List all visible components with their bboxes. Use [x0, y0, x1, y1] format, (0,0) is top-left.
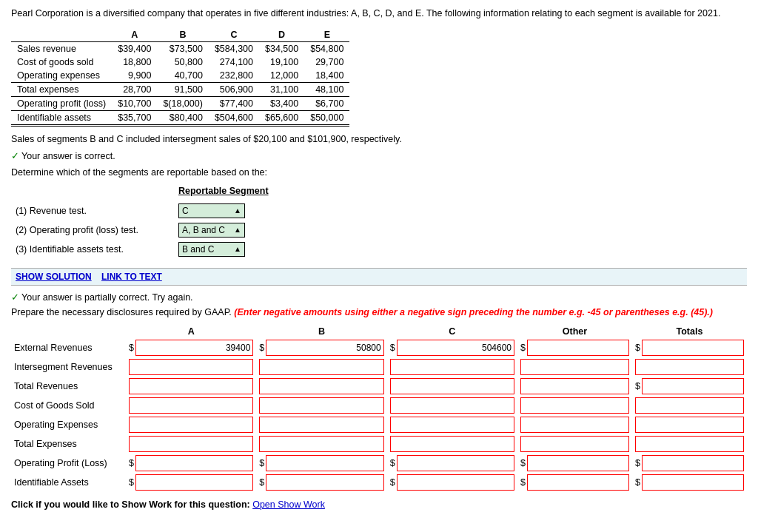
input-op-profit-other[interactable]	[530, 458, 626, 468]
cell-sales-a: $39,400	[112, 41, 157, 55]
input-ext-rev-a[interactable]	[138, 343, 250, 353]
revenue-test-value: C	[182, 206, 189, 216]
input-cogs-c[interactable]	[393, 400, 512, 411]
input-ident-b[interactable]	[269, 477, 380, 488]
input-op-profit-a[interactable]	[138, 458, 250, 468]
op-profit-test-select[interactable]: A, B and C ▲	[174, 220, 273, 240]
cell-op-profit-a2[interactable]: $	[126, 454, 256, 473]
cell-inter-rev-other[interactable]	[517, 357, 632, 377]
input-tot-rev-b[interactable]	[262, 381, 380, 391]
input-tot-rev-c[interactable]	[393, 381, 512, 391]
input-tot-exp-other[interactable]	[523, 439, 626, 449]
cell-ext-rev-b[interactable]: $	[256, 338, 386, 357]
cell-tot-exp-c2[interactable]	[387, 434, 517, 454]
input-op-profit-b[interactable]	[269, 458, 380, 468]
dollar-ident-a: $	[129, 477, 135, 488]
input-opex-totals[interactable]	[638, 420, 741, 430]
cell-opex-other2[interactable]	[517, 415, 632, 434]
input-inter-rev-totals[interactable]	[638, 362, 741, 372]
ident-assets-test-arrow-icon: ▲	[234, 245, 241, 253]
cell-opex-a2[interactable]	[126, 415, 256, 434]
input-cogs-other[interactable]	[523, 400, 626, 411]
open-show-work-link[interactable]: Open Show Work	[252, 499, 325, 510]
cell-cogs-other2[interactable]	[517, 396, 632, 415]
cell-cogs-totals2[interactable]	[632, 396, 747, 415]
input-ext-rev-other[interactable]	[530, 343, 626, 353]
cell-tot-exp-a2[interactable]	[126, 434, 256, 454]
input-inter-rev-other[interactable]	[523, 362, 626, 372]
cell-opex-b2[interactable]	[256, 415, 386, 434]
input-tot-exp-b[interactable]	[262, 439, 380, 449]
cell-tot-rev-totals[interactable]: $	[632, 377, 747, 396]
cell-ext-rev-a[interactable]: $	[126, 338, 256, 357]
cell-ident-a2[interactable]: $	[126, 473, 256, 492]
cell-inter-rev-totals[interactable]	[632, 357, 747, 377]
cell-op-profit-totals2[interactable]: $	[632, 454, 747, 473]
cell-opex-c2[interactable]	[387, 415, 517, 434]
input-cogs-b[interactable]	[262, 400, 380, 411]
row-label-op-profit: Operating profit (loss)	[11, 96, 112, 110]
cell-tot-exp-other2[interactable]	[517, 434, 632, 454]
cell-ident-d: $65,600	[259, 110, 304, 125]
input-inter-rev-a[interactable]	[132, 362, 250, 372]
cell-ext-rev-other[interactable]: $	[517, 338, 632, 357]
input-tot-exp-a[interactable]	[132, 439, 250, 449]
cell-ident-b: $80,400	[157, 110, 209, 125]
cell-ident-totals2[interactable]: $	[632, 473, 747, 492]
input-tot-rev-other[interactable]	[523, 381, 626, 391]
input-opex-a[interactable]	[132, 420, 250, 430]
row-label-sales: Sales revenue	[11, 41, 112, 55]
cell-cogs-b2[interactable]	[256, 396, 386, 415]
input-ident-other[interactable]	[530, 477, 626, 488]
input-ident-c[interactable]	[400, 477, 512, 488]
reportable-col-header: Reportable Segment	[174, 183, 273, 201]
cell-op-profit-b2[interactable]: $	[256, 454, 386, 473]
cell-op-profit-c2[interactable]: $	[387, 454, 517, 473]
cell-ident-b2[interactable]: $	[256, 473, 386, 492]
input-opex-b[interactable]	[262, 420, 380, 430]
cell-ext-rev-totals[interactable]: $	[632, 338, 747, 357]
cell-tot-rev-a[interactable]	[126, 377, 256, 396]
input-opex-other[interactable]	[523, 420, 626, 430]
input-inter-rev-b[interactable]	[262, 362, 380, 372]
input-tot-exp-totals[interactable]	[638, 439, 741, 449]
cell-ext-rev-c[interactable]: $	[387, 338, 517, 357]
cell-cogs-c2[interactable]	[387, 396, 517, 415]
cell-inter-rev-b[interactable]	[256, 357, 386, 377]
cell-cogs-a2[interactable]	[126, 396, 256, 415]
cell-opex-totals2[interactable]	[632, 415, 747, 434]
input-tot-rev-a[interactable]	[132, 381, 250, 391]
cell-inter-rev-c[interactable]	[387, 357, 517, 377]
input-ext-rev-totals[interactable]	[645, 343, 741, 353]
cell-tot-exp-totals2[interactable]	[632, 434, 747, 454]
cell-cogs-d: 19,100	[259, 55, 304, 69]
cell-inter-rev-a[interactable]	[126, 357, 256, 377]
input-inter-rev-c[interactable]	[393, 362, 512, 372]
cell-op-profit-other2[interactable]: $	[517, 454, 632, 473]
revenue-test-select[interactable]: C ▲	[174, 201, 273, 220]
input-ident-a[interactable]	[138, 477, 250, 488]
input-tot-exp-c[interactable]	[393, 439, 512, 449]
input-op-profit-c[interactable]	[400, 458, 512, 468]
input-ext-rev-c[interactable]	[400, 343, 512, 353]
input-opex-c[interactable]	[393, 420, 512, 430]
link-to-text-link[interactable]: LINK TO TEXT	[101, 272, 162, 282]
cell-tot-rev-b[interactable]	[256, 377, 386, 396]
cell-cogs-e: 29,700	[304, 55, 349, 69]
input-ext-rev-b[interactable]	[269, 343, 380, 353]
ident-assets-test-select[interactable]: B and C ▲	[174, 240, 273, 259]
input-ident-totals[interactable]	[645, 477, 741, 488]
cell-total-exp-e: 48,100	[304, 82, 349, 96]
input-cogs-a[interactable]	[132, 400, 250, 411]
input-cogs-totals[interactable]	[638, 400, 741, 411]
cell-ident-c2[interactable]: $	[387, 473, 517, 492]
cell-tot-rev-c[interactable]	[387, 377, 517, 396]
cell-opex-b: 40,700	[157, 69, 209, 83]
input-tot-rev-totals[interactable]	[645, 381, 741, 391]
cell-tot-rev-other[interactable]	[517, 377, 632, 396]
cell-ident-other2[interactable]: $	[517, 473, 632, 492]
input-op-profit-totals[interactable]	[645, 458, 741, 468]
show-solution-link[interactable]: SHOW SOLUTION	[16, 272, 92, 282]
disclosure-section: A B C Other Totals External Revenues $	[11, 325, 747, 492]
cell-tot-exp-b2[interactable]	[256, 434, 386, 454]
